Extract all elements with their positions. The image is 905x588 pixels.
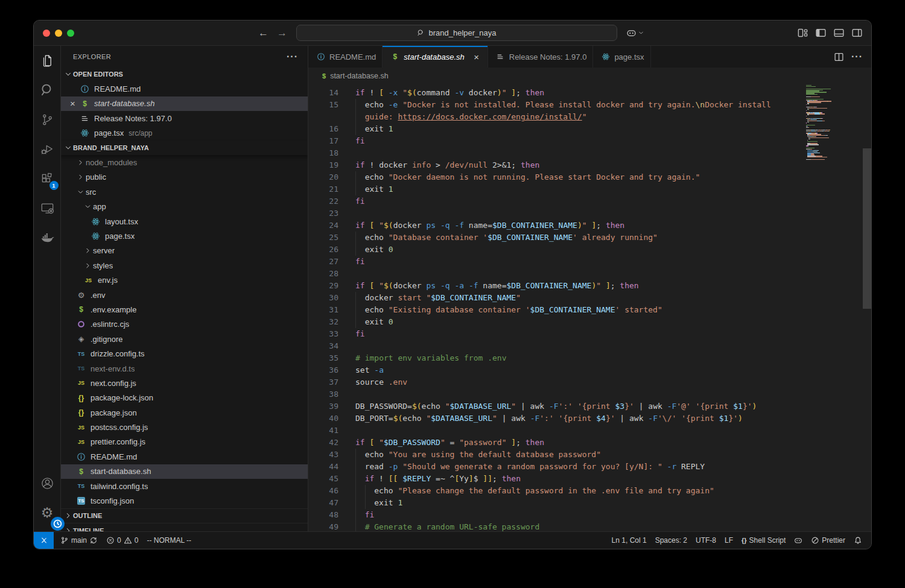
tree-item-app[interactable]: app [61,200,308,214]
tree-item-postcss-config-js[interactable]: JSpostcss.config.js [61,420,308,434]
tree-item-start-database-sh[interactable]: $start-database.sh [61,464,308,479]
zoom-window-button[interactable] [67,30,74,37]
account-icon [40,476,55,491]
activity-item-settings[interactable]: ⚙ [34,498,61,528]
tree-item--eslintrc-cjs[interactable]: .eslintrc.cjs [61,317,308,332]
arrow-right-icon[interactable]: → [277,27,287,39]
tree-item-next-env-d-ts[interactable]: TSnext-env.d.ts [61,361,308,376]
tree-item-next-config-js[interactable]: JSnext.config.js [61,376,308,390]
copilot-menu[interactable] [626,28,644,38]
close-window-button[interactable] [43,30,50,37]
status-indentation[interactable]: Spaces: 2 [651,532,691,549]
title-bar: ←→ brand_helper_naya [34,21,871,46]
project-section-header[interactable]: BRAND_HELPER_NAYA [61,141,308,155]
tree-item-tsconfig-json[interactable]: TStsconfig.json [61,493,308,508]
toggle-primary-sidebar-button[interactable] [815,27,827,39]
code-line: 26exit 0 [308,244,871,256]
outline-header[interactable]: OUTLINE [61,508,308,523]
tab-start-database-sh[interactable]: $start-database.sh× [383,46,487,68]
tree-item--env[interactable]: ⚙.env [61,288,308,302]
tree-item-server[interactable]: server [61,244,308,258]
status-formatter[interactable]: Prettier [807,532,849,549]
open-editor-item[interactable]: README.md [61,81,308,96]
shell-icon: $ [79,100,91,108]
activity-item-extensions[interactable]: 1 [34,164,61,194]
status-encoding[interactable]: UTF-8 [691,532,720,549]
tab-readme-md[interactable]: README.md [308,46,383,68]
tab-release-notes-1-97-0[interactable]: Release Notes: 1.97.0 [488,46,594,68]
tree-item--env-example[interactable]: $.env.example [61,302,308,317]
tree-item-drizzle-config-ts[interactable]: TSdrizzle.config.ts [61,346,308,361]
status-end-of-line[interactable]: LF [720,532,737,549]
split-editor-button[interactable] [834,52,844,62]
status-problems[interactable]: 00 [102,532,142,549]
remote-indicator[interactable] [34,532,54,549]
tab-label: README.md [329,52,376,62]
minimize-window-button[interactable] [55,30,62,37]
code-line: 48fi [308,509,871,521]
tree-item-label: drizzle.config.ts [91,349,145,358]
minimap[interactable] [806,85,863,160]
tree-item-src[interactable]: src [61,185,308,199]
tree-item-env-js[interactable]: JSenv.js [61,273,308,287]
git-branch-icon [60,536,69,545]
toggle-secondary-sidebar-button[interactable] [851,27,863,39]
breadcrumb[interactable]: $ start-database.sh [308,68,871,84]
timeline-header[interactable]: TIMELINE [61,523,308,531]
indent-guide [355,304,365,316]
close-icon[interactable]: × [472,52,481,62]
remote-icon [40,536,48,545]
command-center-search[interactable]: brand_helper_naya [296,25,617,41]
activity-item-docker[interactable] [34,223,61,253]
line-number: 30 [308,292,338,304]
customize-layout-button[interactable] [797,27,808,39]
activity-item-source-control[interactable] [34,105,61,134]
tree-item-readme-md[interactable]: README.md [61,449,308,464]
tree-item-package-lock-json[interactable]: {}package-lock.json [61,391,308,405]
js-icon: JS [78,425,84,431]
status-notifications[interactable] [849,532,866,549]
activity-item-explorer[interactable] [34,46,61,75]
activity-item-search[interactable] [34,75,61,105]
more-actions-icon[interactable]: ··· [287,51,298,62]
line-number: 29 [308,280,338,292]
tree-item-page-tsx[interactable]: page.tsx [61,229,308,243]
indent-guide [355,244,365,256]
workbench: 1 ⚙ EXPLORER ··· OPEN EDITORS README.md×… [34,46,871,531]
open-editor-item[interactable]: page.tsxsrc/app [61,126,308,141]
tree-item-tailwind-config-ts[interactable]: TStailwind.config.ts [61,479,308,493]
tree-item-styles[interactable]: styles [61,258,308,273]
braces-icon: {} [741,537,747,544]
tree-item-layout-tsx[interactable]: layout.tsx [61,214,308,229]
line-number: 17 [308,135,338,147]
status-copilot-status[interactable] [790,532,807,549]
line-number: 38 [308,388,338,400]
arrow-left-icon[interactable]: ← [258,27,268,39]
status-language-mode[interactable]: {}Shell Script [737,532,790,549]
status-cursor-position[interactable]: Ln 1, Col 1 [608,532,651,549]
tree-item-prettier-config-js[interactable]: JSprettier.config.js [61,435,308,449]
tree-item-label: tailwind.config.ts [91,482,148,491]
toggle-panel-button[interactable] [833,27,845,39]
info-icon [80,84,89,93]
tree-item-node-modules[interactable]: node_modules [61,155,308,169]
vertical-scrollbar[interactable] [863,148,871,309]
sync-icon [89,536,98,545]
tab-page-tsx[interactable]: page.tsx [593,46,650,68]
status-git-branch[interactable]: main [56,532,102,549]
activity-item-run-and-debug[interactable] [34,134,61,164]
open-editor-item[interactable]: Release Notes: 1.97.0 [61,111,308,125]
tree-item-public[interactable]: public [61,170,308,185]
tree-item-package-json[interactable]: {}package.json [61,405,308,420]
shell-icon: $ [79,305,83,314]
status-vim-mode[interactable]: -- NORMAL -- [142,532,195,549]
tree-item--gitignore[interactable]: ◈.gitignore [61,332,308,346]
indent-guide [365,485,375,497]
open-editor-item[interactable]: ×$start-database.sh [61,96,308,111]
code-editor[interactable]: 14if ! [ -x "$(command -v docker)" ]; th… [308,84,871,531]
activity-item-accounts[interactable] [34,469,61,498]
more-actions-button[interactable]: ··· [851,51,863,62]
open-editors-header[interactable]: OPEN EDITORS [61,67,308,81]
activity-item-remote-explorer[interactable] [34,194,61,223]
close-icon[interactable]: × [66,98,79,109]
